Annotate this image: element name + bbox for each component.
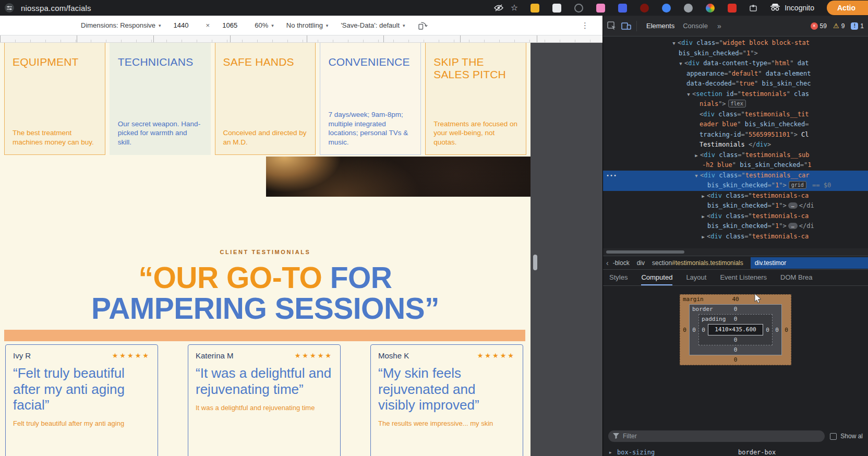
expand-arrow-icon[interactable]: ▶ (700, 212, 707, 222)
tree-node[interactable]: ▶<div class="testimonials__sub (603, 150, 868, 161)
viewport-width-input[interactable] (174, 21, 194, 29)
site-settings-icon[interactable] (4, 3, 15, 13)
extension-icon[interactable] (574, 4, 583, 13)
breadcrumb-item[interactable]: section#testimonials.testimonials (652, 259, 743, 267)
box-model-border[interactable]: border0 0 padding0 0 1410×435.600 0 (689, 304, 782, 355)
breadcrumb-item[interactable]: div.testimor (751, 257, 868, 269)
scrollbar-thumb[interactable] (606, 250, 684, 254)
layout-badge[interactable]: flex (728, 100, 746, 107)
tree-node[interactable]: bis_skin_checked="1">…</di (603, 221, 868, 232)
tree-node[interactable]: ▼<section id="testimonials" clas (603, 89, 868, 100)
feature-card: SKIP THE SALES PITCHTreatments are focus… (425, 43, 526, 155)
checkbox-icon[interactable] (830, 433, 837, 440)
extension-icon[interactable] (531, 4, 539, 13)
dimensions-multiply: × (206, 21, 210, 29)
show-all-toggle[interactable]: Show al (830, 433, 863, 440)
expand-arrow-icon[interactable]: ▶ (693, 151, 700, 161)
breadcrumb-item[interactable]: -block (613, 259, 630, 267)
computed-property-row[interactable]: ▸box-sizingborder-box (603, 447, 868, 456)
warning-badge[interactable]: ⚠9 (833, 22, 845, 30)
box-model-content[interactable]: 1410×435.600 (708, 324, 763, 335)
extension-icon[interactable] (552, 4, 561, 13)
extension-icon[interactable] (684, 4, 693, 13)
save-data-select[interactable]: 'Save-Data': default ▾ (341, 21, 405, 29)
tree-node[interactable]: bis_skin_checked="1">…</di (603, 201, 868, 211)
tab-layout[interactable]: Layout (686, 270, 706, 285)
collapsed-children-icon[interactable]: … (788, 223, 798, 229)
breadcrumb: ‹ -blockdivsection#testimonials.testimon… (603, 256, 868, 269)
tree-node[interactable]: ▶<div class="testimonials-ca (603, 211, 868, 222)
node-hint-icon[interactable]: ••• (606, 171, 617, 181)
extension-icon[interactable] (706, 4, 715, 13)
tab-event-listeners[interactable]: Event Listeners (720, 270, 767, 285)
bookmark-star-icon[interactable]: ☆ (511, 4, 518, 12)
devtools-tabs: ElementsConsole (642, 22, 712, 30)
testimonial-header: Ivy R★★★★★ (13, 351, 150, 360)
expand-arrow-icon[interactable]: ▼ (677, 59, 684, 69)
tree-node[interactable]: ▼<div class="widget block block-stat (603, 38, 868, 49)
url-text[interactable]: niosspa.com/facials (21, 4, 91, 13)
rotate-viewport-icon[interactable] (418, 21, 428, 30)
extension-icon[interactable] (728, 4, 737, 13)
dimensions-select[interactable]: Dimensions: Responsive ▾ (81, 21, 161, 29)
tree-node[interactable]: ▶<div class="testimonials-ca (603, 191, 868, 201)
viewport-resize-handle[interactable] (533, 255, 537, 270)
margin-right-value: 0 (782, 304, 791, 355)
tab-styles[interactable]: Styles (609, 270, 628, 285)
tree-node[interactable]: •••▼<div class="testimonials__car (603, 171, 868, 181)
tree-node[interactable]: Testimonials </div> (603, 140, 868, 150)
expand-arrow-icon[interactable]: ▸ (609, 450, 617, 455)
breadcrumb-item[interactable]: div (637, 259, 645, 267)
box-model-margin[interactable]: margin40 0 border0 0 padding0 0 (680, 294, 791, 365)
extensions-puzzle-icon[interactable] (749, 4, 757, 12)
eye-off-icon[interactable] (494, 4, 503, 12)
viewport-height-input[interactable] (222, 21, 242, 29)
expand-arrow-icon[interactable]: ▼ (693, 171, 700, 182)
tab-computed[interactable]: Computed (641, 270, 672, 285)
tree-node[interactable]: appearance="default" data-element (603, 69, 868, 79)
device-toolbar-menu-icon[interactable]: ⋮ (581, 21, 589, 30)
expand-arrow-icon[interactable]: ▼ (670, 39, 678, 49)
tree-node[interactable]: ▶<div class="testimonials-ca (603, 232, 868, 242)
testimonial-quote: “It was a delightful and rejuvenating ti… (196, 365, 333, 397)
tab-console[interactable]: Console (679, 22, 712, 30)
more-tabs-icon[interactable]: » (717, 22, 721, 30)
expand-arrow-icon[interactable]: ▼ (685, 90, 692, 100)
tree-node[interactable]: bis_skin_checked="1">grid == $0 (603, 181, 868, 191)
inspect-element-icon[interactable] (607, 21, 616, 30)
testimonial-cards: Ivy R★★★★★“Felt truly beautiful after my… (0, 344, 531, 456)
horizontal-scrollbar[interactable] (603, 248, 868, 256)
collapsed-children-icon[interactable]: … (788, 202, 798, 209)
action-button[interactable]: Actio (827, 1, 868, 15)
throttling-select[interactable]: No throttling ▾ (286, 21, 329, 29)
error-badge[interactable]: ×59 (811, 22, 827, 30)
tab-dom-brea[interactable]: DOM Brea (780, 270, 812, 285)
tree-node[interactable]: eader blue" bis_skin_checked= (603, 119, 868, 130)
headline-line2: PAMPERING SESSIONS” (0, 293, 531, 324)
device-toolbar-toggle-icon[interactable] (621, 22, 631, 30)
issues-badge[interactable]: !1 (851, 22, 864, 30)
layout-badge[interactable]: grid (789, 181, 806, 189)
expand-arrow-icon[interactable]: ▶ (700, 232, 707, 243)
tree-node[interactable]: -h2 blue" bis_skin_checked="1 (603, 160, 868, 171)
tree-node[interactable]: bis_skin_checked="1"> (603, 49, 868, 59)
breadcrumb-scroll-left-icon[interactable]: ‹ (606, 259, 609, 267)
extension-icon[interactable] (640, 4, 649, 13)
filter-input[interactable] (608, 430, 825, 442)
extension-icon[interactable] (596, 4, 605, 13)
tree-node[interactable]: data-decoded="true" bis_skin_chec (603, 79, 868, 89)
feature-card-body: Our secret weapon. Hand-picked for warmt… (118, 119, 202, 147)
tree-node[interactable]: nials">flex (603, 99, 868, 110)
tree-node[interactable]: ▼<div data-content-type="html" dat (603, 58, 868, 69)
tree-node[interactable]: <div class="testimonials__tit (603, 110, 868, 120)
tab-elements[interactable]: Elements (642, 22, 679, 30)
box-model-padding[interactable]: padding0 0 1410×435.600 0 0 (698, 314, 773, 345)
zoom-select[interactable]: 60% ▾ (255, 21, 274, 29)
incognito-badge[interactable]: Incognito (765, 3, 819, 13)
extension-icons (531, 4, 737, 13)
tree-node[interactable]: tracking-id="55659951101"> Cl (603, 130, 868, 140)
expand-arrow-icon[interactable]: ▶ (700, 191, 707, 202)
extension-icon[interactable] (662, 4, 671, 13)
extension-icon[interactable] (618, 4, 627, 13)
box-model[interactable]: margin40 0 border0 0 padding0 0 (680, 294, 791, 365)
